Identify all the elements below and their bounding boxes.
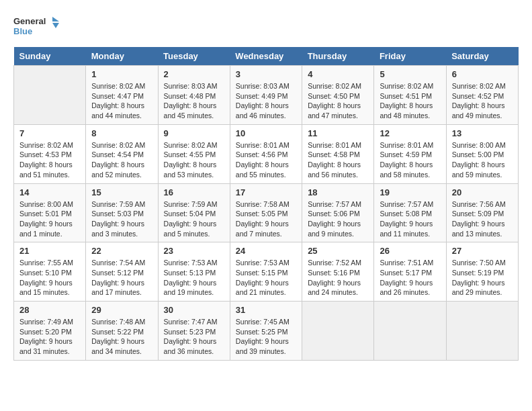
calendar-cell: 15Sunrise: 7:59 AMSunset: 5:03 PMDayligh… <box>86 183 158 242</box>
calendar-table: SundayMondayTuesdayWednesdayThursdayFrid… <box>13 47 519 361</box>
calendar-cell: 29Sunrise: 7:48 AMSunset: 5:22 PMDayligh… <box>86 302 158 361</box>
day-number: 31 <box>236 305 296 315</box>
day-number: 29 <box>91 305 152 315</box>
day-info: Sunrise: 8:01 AMSunset: 4:56 PMDaylight:… <box>236 140 296 180</box>
calendar-cell: 24Sunrise: 7:53 AMSunset: 5:15 PMDayligh… <box>230 242 302 302</box>
calendar-cell: 14Sunrise: 8:00 AMSunset: 5:01 PMDayligh… <box>14 183 86 242</box>
day-number: 4 <box>308 69 368 79</box>
day-number: 5 <box>380 69 440 79</box>
calendar-cell: 10Sunrise: 8:01 AMSunset: 4:56 PMDayligh… <box>230 124 302 183</box>
day-number: 30 <box>164 305 224 315</box>
day-info: Sunrise: 8:02 AMSunset: 4:47 PMDaylight:… <box>91 81 152 121</box>
header-saturday: Saturday <box>446 47 518 66</box>
day-info: Sunrise: 7:54 AMSunset: 5:12 PMDaylight:… <box>91 258 152 298</box>
day-number: 24 <box>236 246 296 256</box>
calendar-cell: 8Sunrise: 8:02 AMSunset: 4:54 PMDaylight… <box>86 124 158 183</box>
day-number: 14 <box>19 187 80 197</box>
day-info: Sunrise: 8:02 AMSunset: 4:51 PMDaylight:… <box>380 81 440 121</box>
day-number: 26 <box>380 246 440 256</box>
svg-text:Blue: Blue <box>13 26 32 36</box>
day-number: 11 <box>308 128 368 138</box>
day-number: 15 <box>91 187 152 197</box>
day-number: 8 <box>91 128 152 138</box>
calendar-cell: 5Sunrise: 8:02 AMSunset: 4:51 PMDaylight… <box>374 66 446 125</box>
calendar-cell: 11Sunrise: 8:01 AMSunset: 4:58 PMDayligh… <box>302 124 374 183</box>
day-number: 3 <box>236 69 296 79</box>
day-number: 6 <box>452 69 513 79</box>
header-wednesday: Wednesday <box>230 47 302 66</box>
day-number: 20 <box>452 187 513 197</box>
day-info: Sunrise: 8:01 AMSunset: 4:59 PMDaylight:… <box>380 140 440 180</box>
day-info: Sunrise: 7:58 AMSunset: 5:05 PMDaylight:… <box>236 199 296 239</box>
calendar-cell: 27Sunrise: 7:50 AMSunset: 5:19 PMDayligh… <box>446 242 518 302</box>
day-info: Sunrise: 7:53 AMSunset: 5:15 PMDaylight:… <box>236 258 296 298</box>
day-number: 16 <box>164 187 224 197</box>
day-info: Sunrise: 7:45 AMSunset: 5:25 PMDaylight:… <box>236 317 296 357</box>
header-thursday: Thursday <box>302 47 374 66</box>
calendar-cell: 17Sunrise: 7:58 AMSunset: 5:05 PMDayligh… <box>230 183 302 242</box>
calendar-cell: 26Sunrise: 7:51 AMSunset: 5:17 PMDayligh… <box>374 242 446 302</box>
day-info: Sunrise: 7:59 AMSunset: 5:04 PMDaylight:… <box>164 199 224 239</box>
day-number: 22 <box>91 246 152 256</box>
logo: General Blue <box>13 13 60 40</box>
day-info: Sunrise: 7:56 AMSunset: 5:09 PMDaylight:… <box>452 199 513 239</box>
day-info: Sunrise: 7:57 AMSunset: 5:06 PMDaylight:… <box>308 199 368 239</box>
calendar-cell <box>446 302 518 361</box>
day-info: Sunrise: 8:02 AMSunset: 4:53 PMDaylight:… <box>19 140 80 180</box>
calendar-cell <box>374 302 446 361</box>
calendar-cell: 7Sunrise: 8:02 AMSunset: 4:53 PMDaylight… <box>14 124 86 183</box>
calendar-cell: 25Sunrise: 7:52 AMSunset: 5:16 PMDayligh… <box>302 242 374 302</box>
calendar-cell: 1Sunrise: 8:02 AMSunset: 4:47 PMDaylight… <box>86 66 158 125</box>
svg-text:General: General <box>13 16 46 26</box>
calendar-cell: 18Sunrise: 7:57 AMSunset: 5:06 PMDayligh… <box>302 183 374 242</box>
calendar-week-3: 14Sunrise: 8:00 AMSunset: 5:01 PMDayligh… <box>14 183 519 242</box>
day-number: 17 <box>236 187 296 197</box>
day-info: Sunrise: 8:01 AMSunset: 4:58 PMDaylight:… <box>308 140 368 180</box>
day-info: Sunrise: 8:00 AMSunset: 5:01 PMDaylight:… <box>19 199 80 239</box>
day-info: Sunrise: 7:48 AMSunset: 5:22 PMDaylight:… <box>91 317 152 357</box>
calendar-cell: 30Sunrise: 7:47 AMSunset: 5:23 PMDayligh… <box>158 302 230 361</box>
calendar-cell: 9Sunrise: 8:02 AMSunset: 4:55 PMDaylight… <box>158 124 230 183</box>
calendar-cell: 12Sunrise: 8:01 AMSunset: 4:59 PMDayligh… <box>374 124 446 183</box>
day-info: Sunrise: 8:03 AMSunset: 4:48 PMDaylight:… <box>164 81 224 121</box>
calendar-cell: 19Sunrise: 7:57 AMSunset: 5:08 PMDayligh… <box>374 183 446 242</box>
header-friday: Friday <box>374 47 446 66</box>
day-info: Sunrise: 7:51 AMSunset: 5:17 PMDaylight:… <box>380 258 440 298</box>
svg-marker-3 <box>52 23 59 28</box>
day-number: 2 <box>164 69 224 79</box>
day-number: 19 <box>380 187 440 197</box>
calendar-cell: 28Sunrise: 7:49 AMSunset: 5:20 PMDayligh… <box>14 302 86 361</box>
day-number: 12 <box>380 128 440 138</box>
calendar-week-5: 28Sunrise: 7:49 AMSunset: 5:20 PMDayligh… <box>14 302 519 361</box>
day-number: 13 <box>452 128 513 138</box>
header-sunday: Sunday <box>14 47 86 66</box>
header-tuesday: Tuesday <box>158 47 230 66</box>
day-info: Sunrise: 7:55 AMSunset: 5:10 PMDaylight:… <box>19 258 80 298</box>
day-number: 7 <box>19 128 80 138</box>
day-info: Sunrise: 7:57 AMSunset: 5:08 PMDaylight:… <box>380 199 440 239</box>
day-info: Sunrise: 7:49 AMSunset: 5:20 PMDaylight:… <box>19 317 80 357</box>
calendar-cell: 6Sunrise: 8:02 AMSunset: 4:52 PMDaylight… <box>446 66 518 125</box>
day-number: 23 <box>164 246 224 256</box>
day-number: 1 <box>91 69 152 79</box>
page-header: General Blue <box>13 13 519 40</box>
calendar-cell: 2Sunrise: 8:03 AMSunset: 4:48 PMDaylight… <box>158 66 230 125</box>
calendar-week-2: 7Sunrise: 8:02 AMSunset: 4:53 PMDaylight… <box>14 124 519 183</box>
day-info: Sunrise: 8:02 AMSunset: 4:52 PMDaylight:… <box>452 81 513 121</box>
calendar-cell <box>14 66 86 125</box>
svg-marker-2 <box>52 17 59 21</box>
day-info: Sunrise: 8:03 AMSunset: 4:49 PMDaylight:… <box>236 81 296 121</box>
calendar-cell: 3Sunrise: 8:03 AMSunset: 4:49 PMDaylight… <box>230 66 302 125</box>
calendar-header-row: SundayMondayTuesdayWednesdayThursdayFrid… <box>14 47 519 66</box>
day-info: Sunrise: 8:02 AMSunset: 4:54 PMDaylight:… <box>91 140 152 180</box>
day-info: Sunrise: 7:53 AMSunset: 5:13 PMDaylight:… <box>164 258 224 298</box>
calendar-cell <box>302 302 374 361</box>
day-info: Sunrise: 7:50 AMSunset: 5:19 PMDaylight:… <box>452 258 513 298</box>
day-info: Sunrise: 7:52 AMSunset: 5:16 PMDaylight:… <box>308 258 368 298</box>
day-info: Sunrise: 7:59 AMSunset: 5:03 PMDaylight:… <box>91 199 152 239</box>
calendar-cell: 23Sunrise: 7:53 AMSunset: 5:13 PMDayligh… <box>158 242 230 302</box>
calendar-week-4: 21Sunrise: 7:55 AMSunset: 5:10 PMDayligh… <box>14 242 519 302</box>
day-number: 10 <box>236 128 296 138</box>
day-info: Sunrise: 7:47 AMSunset: 5:23 PMDaylight:… <box>164 317 224 357</box>
day-number: 25 <box>308 246 368 256</box>
